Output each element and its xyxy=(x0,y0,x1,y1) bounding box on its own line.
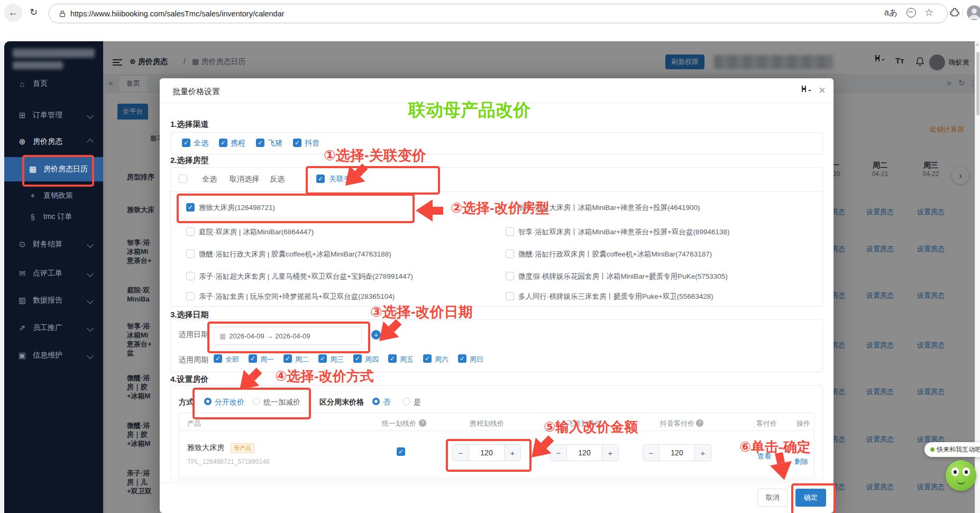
channel-checkbox-all[interactable] xyxy=(182,139,190,147)
room-label[interactable]: 微醺·浴缸行政大床房 | 胶囊coffee机+冰箱MiniBar(7476318… xyxy=(199,250,391,259)
room-label[interactable]: 庭院·双床房 | 冰箱MiniBar(6864447) xyxy=(199,227,314,237)
sidebar-item-tmc-order[interactable]: § tmc 订单 xyxy=(4,207,103,226)
room-checkbox[interactable] xyxy=(186,250,195,258)
sidebar-item-finance[interactable]: ⊙ 财务结算 xyxy=(4,235,103,254)
room-checkbox[interactable] xyxy=(506,272,514,280)
channel-label[interactable]: 全选 xyxy=(194,139,208,148)
date-label: 适用日期 xyxy=(179,330,208,340)
back-button[interactable]: ← xyxy=(4,4,22,22)
sidebar-item-info-maintain[interactable]: ▣ 信息维护 xyxy=(4,346,103,365)
sidebar-item-review[interactable]: ✉ 点评工单 xyxy=(4,264,103,283)
week-label-item[interactable]: 周六 xyxy=(435,355,448,364)
weekend-radio-no[interactable] xyxy=(372,398,380,405)
stepper-plus[interactable]: + xyxy=(602,445,618,461)
chevron-down-icon xyxy=(87,270,94,277)
delete-link[interactable]: 删除 xyxy=(794,457,808,466)
room-action-invert[interactable]: 反选 xyxy=(270,175,285,184)
chevron-down-icon xyxy=(87,297,94,304)
week-label-item[interactable]: 周一 xyxy=(260,355,274,364)
sidebar-item-direct-policy[interactable]: ⌖ 直销政策 xyxy=(4,186,103,205)
week-checkbox-wed[interactable] xyxy=(318,354,327,363)
chevron-down-icon xyxy=(87,112,94,119)
blurred-hotel-name xyxy=(13,49,95,58)
cancel-button[interactable]: 取消 xyxy=(757,489,788,507)
room-label[interactable]: 智享·浴缸双床房丨冰箱MiniBar+禅意茶台+投屏+双台盆(89946138) xyxy=(518,227,729,237)
sidebar-item-report[interactable]: ▥ 数据报告 xyxy=(4,291,103,310)
week-checkbox-fri[interactable] xyxy=(388,354,397,363)
modal-close-icon[interactable]: × xyxy=(819,84,826,97)
week-label-item[interactable]: 周五 xyxy=(400,355,414,364)
stepper-value[interactable]: 120 xyxy=(566,445,602,461)
orders-icon: ⊞ xyxy=(17,111,28,120)
stepper-value[interactable]: 120 xyxy=(659,445,695,461)
fliggy-price-stepper[interactable]: − 120 + xyxy=(550,444,619,461)
week-checkbox-sat[interactable] xyxy=(423,354,432,363)
chevron-down-icon xyxy=(87,241,94,248)
room-checkbox[interactable] xyxy=(186,227,195,236)
douyin-price-stepper[interactable]: − 120 + xyxy=(643,444,711,461)
channel-label[interactable]: 飞猪 xyxy=(268,139,282,148)
extensions-icon[interactable] xyxy=(950,7,959,17)
bookmarks-bar: 公司 个人工具 平台地址 学习地址 其他收藏夹 xyxy=(0,25,980,42)
weekend-radio-yes[interactable] xyxy=(403,398,410,405)
room-label[interactable]: 微度假·棋牌娱乐花园套房丨冰箱MiniBar+搋蛋专用PuKe(5753305) xyxy=(518,272,728,281)
room-checkbox[interactable] xyxy=(506,292,514,300)
channel-checkbox-fliggy[interactable] xyxy=(256,139,264,147)
room-checkbox[interactable] xyxy=(186,292,195,300)
room-checkbox[interactable] xyxy=(186,272,195,280)
room-checkbox[interactable] xyxy=(506,250,514,258)
stepper-plus[interactable]: + xyxy=(695,445,711,461)
reload-button[interactable]: ↻ xyxy=(30,6,38,18)
mother-product-badge: 母产品 xyxy=(231,443,254,453)
question-icon[interactable]: ? xyxy=(696,419,703,427)
week-label-item[interactable]: 周三 xyxy=(330,355,344,364)
weekend-option-label[interactable]: 否 xyxy=(383,398,390,407)
room-label[interactable]: 微醺·浴缸行政双床房丨胶囊coffee机+冰箱MiniBar(74763187) xyxy=(518,250,712,259)
channel-label[interactable]: 抖音 xyxy=(305,139,319,148)
week-label-item[interactable]: 周日 xyxy=(470,355,483,364)
weekend-option-label[interactable]: 是 xyxy=(414,398,421,407)
section1-label: 1.选择渠道 xyxy=(170,120,209,130)
room-select-all-checkbox[interactable] xyxy=(179,175,187,183)
week-checkbox-thu[interactable] xyxy=(353,354,362,363)
week-label-item[interactable]: 周二 xyxy=(295,355,309,364)
browser-profile-avatar[interactable] xyxy=(967,5,980,20)
favorite-star-icon[interactable]: ☆ xyxy=(924,6,933,19)
room-action-select-all[interactable]: 全选 xyxy=(202,175,217,184)
week-checkbox-tue[interactable] xyxy=(283,354,292,363)
room-checkbox[interactable] xyxy=(506,227,514,236)
question-icon[interactable]: ? xyxy=(419,419,426,427)
lock-icon xyxy=(59,10,66,17)
scrollbar-thumb[interactable] xyxy=(976,52,979,115)
zoom-out-icon[interactable] xyxy=(906,8,916,17)
translate-icon[interactable]: aあ xyxy=(884,7,897,19)
report-icon: ▥ xyxy=(17,296,28,305)
price-table-header: 客付价 xyxy=(756,419,777,428)
sidebar-item-staff-promo[interactable]: ⇗ 员工推广 xyxy=(4,318,103,337)
unified-price-checkbox[interactable] xyxy=(397,447,405,456)
address-bar[interactable]: https://www.hiiibooking.com/salesTmc/sal… xyxy=(49,4,948,23)
week-checkbox-mon[interactable] xyxy=(249,354,257,363)
price-table-header: 携程划线价 xyxy=(470,419,504,428)
stepper-minus[interactable]: − xyxy=(643,445,659,461)
week-checkbox-all[interactable] xyxy=(214,354,222,363)
channel-label[interactable]: 携程 xyxy=(231,139,245,148)
mascot-avatar[interactable] xyxy=(946,460,976,491)
sidebar-item-orders[interactable]: ⊞ 订单管理 xyxy=(4,106,103,125)
room-label[interactable]: 亲子·浴缸超大床套房 | 儿童马桶凳+双卫双台盆+宝妈壶(278991447) xyxy=(199,272,413,281)
week-label-item[interactable]: 周四 xyxy=(365,355,379,364)
room-label[interactable]: 多人同行·棋牌娱乐三床套房丨搋蛋专用Puke+双卫(55663428) xyxy=(518,292,713,301)
product-code: TPL_126498721_571890148 xyxy=(187,458,269,465)
channel-checkbox-ctrip[interactable] xyxy=(219,139,227,147)
sidebar-item-room-price[interactable]: ⊛ 房价房态 xyxy=(4,132,103,151)
chevron-down-icon xyxy=(87,352,94,359)
room-label[interactable]: 亲子·浴缸套房 | 玩乐空间+绮梦摇摇马+双卫双台盆(28365104) xyxy=(199,292,395,301)
chat-bubble[interactable]: 快来和我互动吧 xyxy=(924,442,980,457)
channel-checkbox-douyin[interactable] xyxy=(293,139,301,147)
annotation-box-room1 xyxy=(177,194,415,223)
sidebar-item-home[interactable]: ⌂ 首页 xyxy=(4,74,103,93)
room-action-deselect[interactable]: 取消选择 xyxy=(230,175,259,184)
price-table-header: 产品 xyxy=(187,419,201,428)
week-checkbox-sun[interactable] xyxy=(458,354,466,363)
week-label-item[interactable]: 全部 xyxy=(225,355,239,364)
